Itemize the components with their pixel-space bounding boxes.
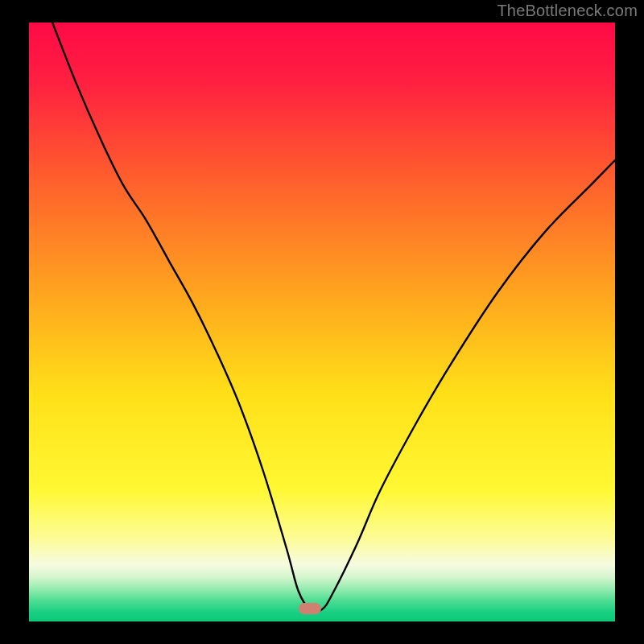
optimal-marker	[299, 603, 321, 614]
chart-frame: TheBottleneck.com	[0, 0, 644, 644]
plot-area	[29, 23, 615, 621]
watermark-text: TheBottleneck.com	[497, 2, 638, 20]
bottleneck-curve	[29, 23, 615, 621]
